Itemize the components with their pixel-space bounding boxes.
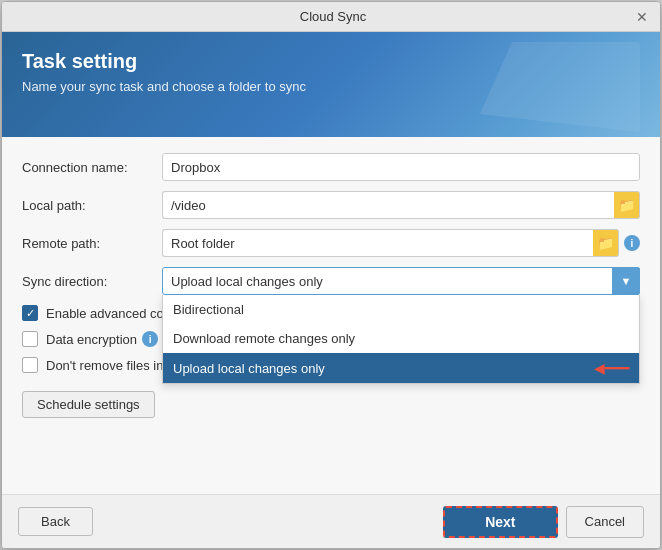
chevron-down-icon[interactable]: ▼ xyxy=(612,267,640,295)
checkbox-encryption[interactable] xyxy=(22,331,38,347)
local-path-folder-button[interactable]: 📁 xyxy=(614,191,640,219)
checkbox-advanced[interactable]: ✓ xyxy=(22,305,38,321)
checkbox-encryption-label: Data encryption xyxy=(46,332,137,347)
folder-icon-remote: 📁 xyxy=(597,235,614,251)
remote-path-label: Remote path: xyxy=(22,236,162,251)
checkmark-icon: ✓ xyxy=(26,307,35,320)
selected-arrow-indicator: ◀━━━ xyxy=(594,360,629,376)
dropdown-item-bidirectional[interactable]: Bidirectional xyxy=(163,295,639,324)
connection-name-row: Connection name: xyxy=(22,153,640,181)
sync-direction-row: Sync direction: Upload local changes onl… xyxy=(22,267,640,295)
titlebar: Cloud Sync ✕ xyxy=(2,2,660,32)
sync-direction-control: Upload local changes only ▼ Bidirectiona… xyxy=(162,267,640,295)
sync-direction-dropdown: Bidirectional Download remote changes on… xyxy=(162,295,640,384)
schedule-settings-button[interactable]: Schedule settings xyxy=(22,391,155,418)
remote-path-input[interactable] xyxy=(162,229,593,257)
connection-name-input[interactable] xyxy=(162,153,640,181)
header-title: Task setting xyxy=(22,50,640,73)
remote-path-folder-button[interactable]: 📁 xyxy=(593,229,619,257)
local-path-input-wrap: 📁 xyxy=(162,191,640,219)
local-path-control: 📁 xyxy=(162,191,640,219)
remote-path-input-wrap: 📁 xyxy=(162,229,619,257)
next-button[interactable]: Next xyxy=(443,506,557,538)
local-path-input[interactable] xyxy=(162,191,614,219)
sync-direction-display[interactable]: Upload local changes only xyxy=(162,267,640,295)
remote-path-info-icon[interactable]: i xyxy=(624,235,640,251)
dropdown-item-download[interactable]: Download remote changes only xyxy=(163,324,639,353)
footer-right-buttons: Next Cancel xyxy=(443,506,644,538)
back-button[interactable]: Back xyxy=(18,507,93,536)
cancel-button[interactable]: Cancel xyxy=(566,506,644,538)
remote-path-row: Remote path: 📁 i xyxy=(22,229,640,257)
folder-icon: 📁 xyxy=(618,197,635,213)
local-path-row: Local path: 📁 xyxy=(22,191,640,219)
connection-name-control xyxy=(162,153,640,181)
close-button[interactable]: ✕ xyxy=(634,9,650,25)
cloud-sync-window: Cloud Sync ✕ Task setting Name your sync… xyxy=(1,1,661,549)
local-path-label: Local path: xyxy=(22,198,162,213)
dropdown-item-upload[interactable]: Upload local changes only ◀━━━ xyxy=(163,353,639,383)
form-content: Connection name: Local path: 📁 Remote pa… xyxy=(2,137,660,494)
checkbox-noremove[interactable] xyxy=(22,357,38,373)
header-subtitle: Name your sync task and choose a folder … xyxy=(22,79,640,94)
encryption-info-icon[interactable]: i xyxy=(142,331,158,347)
window-title: Cloud Sync xyxy=(32,9,634,24)
sync-direction-label: Sync direction: xyxy=(22,274,162,289)
connection-name-label: Connection name: xyxy=(22,160,162,175)
remote-path-control: 📁 i xyxy=(162,229,640,257)
footer: Back Next Cancel xyxy=(2,494,660,548)
header-banner: Task setting Name your sync task and cho… xyxy=(2,32,660,137)
sync-direction-select-wrap: Upload local changes only ▼ Bidirectiona… xyxy=(162,267,640,295)
